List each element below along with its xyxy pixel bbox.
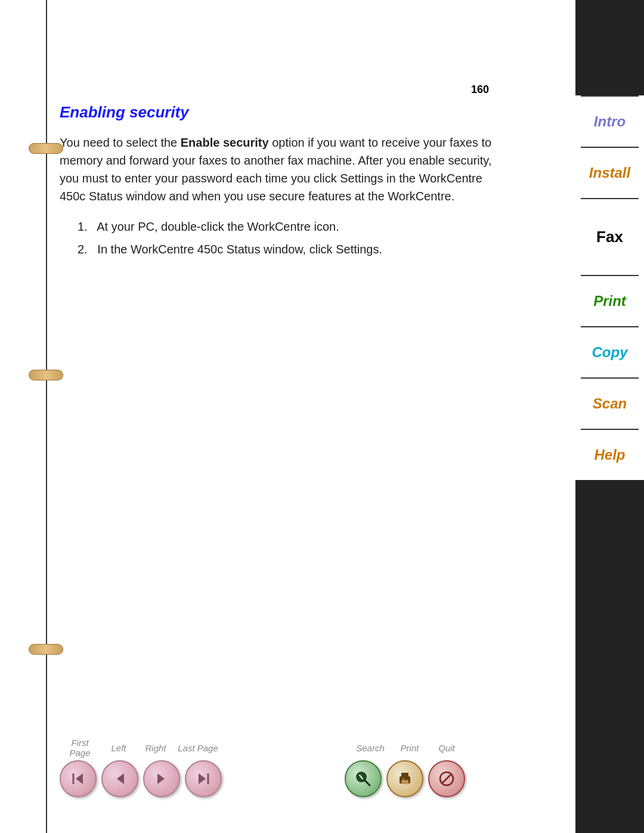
quit-icon — [438, 770, 455, 787]
label-search: Search — [349, 743, 391, 753]
svg-marker-1 — [76, 773, 83, 784]
sidebar-tab-help[interactable]: Help — [575, 430, 644, 480]
body-paragraph: You need to select the Enable security o… — [60, 134, 507, 205]
next-icon — [154, 772, 169, 786]
svg-marker-5 — [199, 773, 206, 784]
label-left: Left — [100, 743, 137, 753]
svg-rect-12 — [402, 778, 404, 779]
first-page-icon — [70, 770, 86, 787]
svg-marker-2 — [117, 773, 124, 784]
label-last-page: Last Page — [174, 743, 222, 753]
sidebar-tab-scan[interactable]: Scan — [575, 379, 644, 429]
prev-button[interactable] — [101, 760, 138, 797]
print-icon — [397, 770, 413, 787]
sidebar-label-print: Print — [575, 276, 644, 326]
step-2: 2. In the WorkCentre 450c Status window,… — [78, 240, 507, 259]
sidebar-tab-intro[interactable]: Intro — [575, 97, 644, 147]
spine-line — [46, 0, 47, 833]
quit-button[interactable] — [428, 760, 465, 797]
label-print: Print — [391, 743, 428, 753]
section-title: Enabling security — [60, 103, 507, 122]
sidebar-tab-fax[interactable]: Fax — [575, 199, 644, 275]
sidebar-label-fax: Fax — [575, 211, 644, 263]
svg-line-14 — [442, 775, 451, 783]
sidebar-bottom-black — [575, 480, 644, 833]
svg-rect-11 — [401, 780, 408, 784]
steps-list: 1. At your PC, double-click the WorkCent… — [60, 217, 507, 259]
sidebar-label-copy: Copy — [575, 327, 644, 377]
sidebar-label-intro: Intro — [575, 97, 644, 147]
step-1: 1. At your PC, double-click the WorkCent… — [78, 217, 507, 236]
sidebar-label-help: Help — [575, 430, 644, 480]
page-number: 160 — [60, 83, 489, 96]
search-icon — [354, 770, 372, 788]
nav-labels-row: First Page Left Right Last Page Search P… — [60, 738, 465, 758]
binding-clip-middle — [29, 370, 63, 380]
binding-clip-bottom — [29, 644, 63, 655]
label-right: Right — [137, 743, 174, 753]
svg-line-7 — [365, 781, 370, 785]
sidebar-top-black — [575, 0, 644, 95]
right-sidebar: Intro Install Fax Print Copy Scan Help — [575, 0, 644, 833]
main-content: 160 Enabling security You need to select… — [60, 83, 507, 262]
sidebar-label-scan: Scan — [575, 379, 644, 429]
nav-buttons-row — [60, 760, 465, 797]
next-button[interactable] — [143, 760, 180, 797]
label-first-page: First Page — [60, 738, 100, 758]
last-page-icon — [195, 770, 212, 787]
label-quit: Quit — [428, 743, 465, 753]
svg-rect-10 — [401, 773, 408, 778]
first-page-button[interactable] — [60, 760, 97, 797]
search-button[interactable] — [345, 760, 382, 797]
nav-bar: First Page Left Right Last Page Search P… — [60, 738, 507, 797]
svg-marker-3 — [157, 773, 165, 784]
sidebar-tab-install[interactable]: Install — [575, 148, 644, 198]
sidebar-tab-print[interactable]: Print — [575, 276, 644, 326]
sidebar-label-install: Install — [575, 148, 644, 198]
print-button[interactable] — [386, 760, 423, 797]
binding-clip-top — [29, 143, 63, 154]
prev-icon — [113, 772, 127, 786]
sidebar-tab-copy[interactable]: Copy — [575, 327, 644, 377]
last-page-button[interactable] — [185, 760, 222, 797]
